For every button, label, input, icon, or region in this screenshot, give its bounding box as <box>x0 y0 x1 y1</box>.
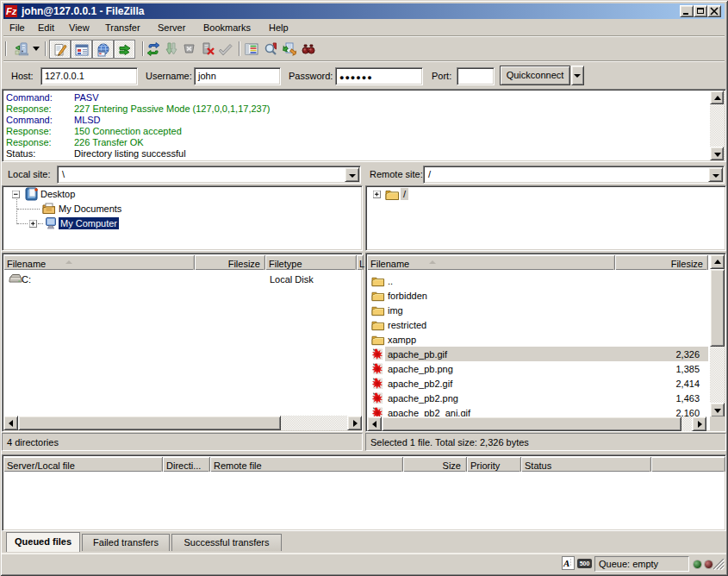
svg-text:A: A <box>563 558 569 568</box>
